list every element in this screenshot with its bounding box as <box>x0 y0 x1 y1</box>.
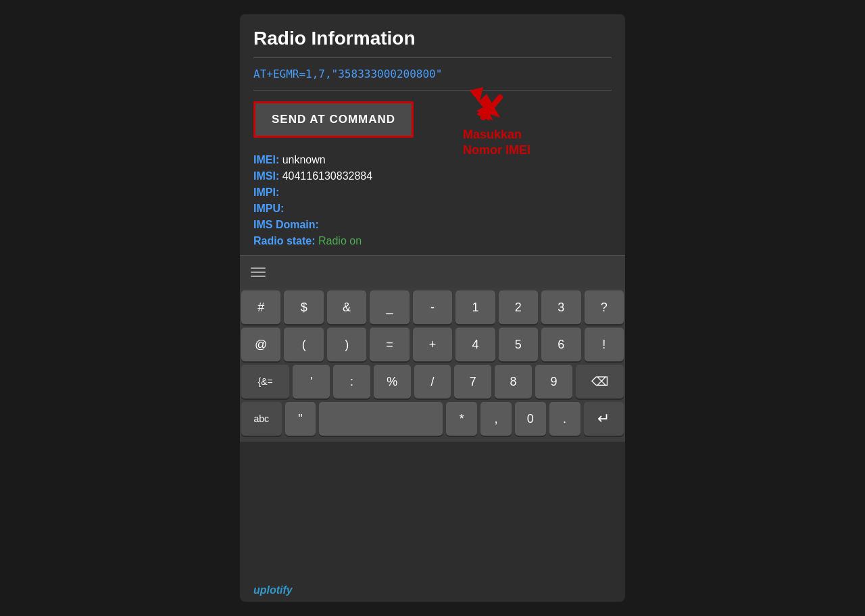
key-open-paren[interactable]: ( <box>284 328 323 361</box>
hamburger-menu-icon[interactable] <box>251 267 266 277</box>
ims-domain-label: IMS Domain: <box>253 219 319 230</box>
key-4[interactable]: 4 <box>455 328 495 361</box>
key-asterisk[interactable]: * <box>446 402 477 436</box>
imsi-label: IMSI: <box>253 170 282 182</box>
impu-row: IMPU: <box>253 203 612 215</box>
annotation-text: Masukkan Nomor IMEI <box>463 127 530 159</box>
radio-state-row: Radio state: Radio on <box>253 235 612 247</box>
keyboard-row-3: {&= ' : % / 7 8 9 ⌫ <box>241 365 624 399</box>
bottom-bar <box>240 255 625 288</box>
keyboard: # $ & _ - 1 2 3 ? @ ( ) = + 4 5 6 ! <box>240 288 625 442</box>
key-dash[interactable]: - <box>413 290 452 324</box>
at-command-input[interactable] <box>240 58 625 90</box>
key-7[interactable]: 7 <box>454 365 491 399</box>
impi-row: IMPI: <box>253 186 612 199</box>
keyboard-row-2: @ ( ) = + 4 5 6 ! <box>241 328 624 361</box>
key-enter[interactable]: ↵ <box>584 402 624 436</box>
imei-row: IMEI: unknown <box>253 154 612 166</box>
keyboard-row-1: # $ & _ - 1 2 3 ? <box>241 290 624 324</box>
imsi-value: 404116130832884 <box>282 170 372 182</box>
impu-label: IMPU: <box>253 203 284 214</box>
impi-label: IMPI: <box>253 186 279 198</box>
imei-label: IMEI: <box>253 154 282 165</box>
key-at[interactable]: @ <box>241 328 280 361</box>
key-dollar[interactable]: $ <box>284 290 323 324</box>
ims-domain-row: IMS Domain: <box>253 219 612 231</box>
key-8[interactable]: 8 <box>495 365 532 399</box>
key-percent[interactable]: % <box>374 365 411 399</box>
key-abc-toggle[interactable]: abc <box>241 402 282 436</box>
key-9[interactable]: 9 <box>535 365 572 399</box>
page-title: Radio Information <box>240 14 625 57</box>
key-equals[interactable]: = <box>370 328 409 361</box>
key-close-paren[interactable]: ) <box>327 328 366 361</box>
key-plus[interactable]: + <box>413 328 452 361</box>
key-comma[interactable]: , <box>480 402 512 436</box>
key-slash[interactable]: / <box>414 365 451 399</box>
imei-value: unknown <box>282 154 326 165</box>
keyboard-row-4: abc " * , 0 . ↵ <box>241 402 624 436</box>
hamburger-line-1 <box>251 267 266 269</box>
key-1[interactable]: 1 <box>455 290 495 324</box>
watermark: uplotify <box>253 584 293 596</box>
red-arrow-icon <box>463 84 503 124</box>
key-symbols-toggle[interactable]: {&= <box>241 365 289 399</box>
hamburger-line-3 <box>251 276 266 277</box>
key-2[interactable]: 2 <box>499 290 538 324</box>
radio-state-value: Radio on <box>318 235 362 247</box>
send-button-area: SEND AT COMMAND Masukkan Nomor IMEI <box>240 91 625 149</box>
app-content: Radio Information SEND AT COMMAND Masukk… <box>240 14 625 602</box>
key-question[interactable]: ? <box>585 290 624 324</box>
key-period[interactable]: . <box>549 402 580 436</box>
key-colon[interactable]: : <box>333 365 370 399</box>
radio-state-label: Radio state: <box>253 235 318 247</box>
imsi-row: IMSI: 404116130832884 <box>253 170 612 182</box>
key-underscore[interactable]: _ <box>370 290 409 324</box>
key-exclaim[interactable]: ! <box>585 328 624 361</box>
key-0[interactable]: 0 <box>515 402 546 436</box>
send-at-command-button[interactable]: SEND AT COMMAND <box>253 101 414 138</box>
key-space[interactable] <box>319 402 443 436</box>
key-backspace[interactable]: ⌫ <box>576 365 624 399</box>
key-ampersand[interactable]: & <box>327 290 366 324</box>
key-quote[interactable]: " <box>285 402 316 436</box>
key-6[interactable]: 6 <box>541 328 580 361</box>
key-3[interactable]: 3 <box>541 290 580 324</box>
arrow-annotation: Masukkan Nomor IMEI <box>463 84 530 159</box>
key-apostrophe[interactable]: ' <box>293 365 330 399</box>
key-hash[interactable]: # <box>241 290 280 324</box>
key-5[interactable]: 5 <box>499 328 538 361</box>
phone-container: Radio Information SEND AT COMMAND Masukk… <box>240 14 625 602</box>
info-section: IMEI: unknown IMSI: 404116130832884 IMPI… <box>240 149 625 255</box>
hamburger-line-2 <box>251 272 266 273</box>
